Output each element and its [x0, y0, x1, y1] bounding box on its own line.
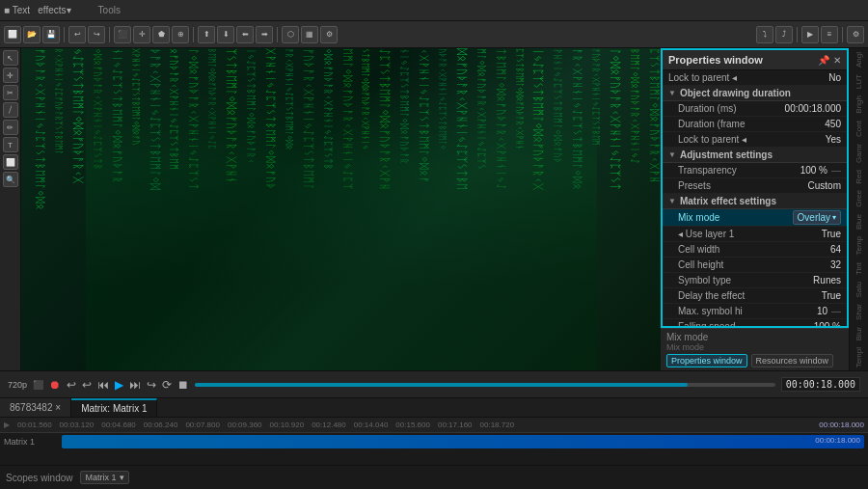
duration-frame-row[interactable]: Duration (frame 450	[663, 117, 847, 132]
duration-frame-label: Duration (frame	[678, 119, 825, 129]
tick-2: 00:04.680	[97, 421, 140, 429]
duration-ms-label: Duration (ms)	[678, 103, 785, 114]
use-layer1-label: ◂ Use layer 1	[678, 229, 822, 239]
pencil-tool-icon[interactable]: ✏	[3, 120, 18, 135]
arrow-right-icon[interactable]: ➡	[256, 26, 273, 43]
max-symbol-row[interactable]: Max. symbol hi 10 —	[663, 304, 847, 319]
symbol-type-value: Runes	[813, 275, 841, 285]
use-layer1-row[interactable]: ◂ Use layer 1 True	[663, 227, 847, 242]
label-blue: Blue	[854, 214, 863, 230]
duration-frame-value: 450	[825, 119, 841, 129]
max-symbol-dash: —	[831, 306, 841, 316]
falling-speed-row[interactable]: Falling speed 100 %	[663, 319, 847, 328]
track-bar[interactable]: 00:00:18.000	[62, 435, 864, 448]
lock-to-parent-row[interactable]: Lock to parent ◂ No	[663, 70, 847, 86]
presets-label: Presets	[678, 180, 808, 191]
label-cont: Cont	[854, 121, 863, 137]
new-icon[interactable]: ⬜	[4, 26, 21, 43]
tick-7: 00:12.480	[308, 421, 350, 429]
matrix-collapse-icon[interactable]: ▼	[668, 197, 676, 205]
mix-mode-dropdown[interactable]: Overlay ▾	[793, 210, 841, 225]
arrow-down-icon[interactable]: ⬇	[217, 26, 234, 43]
save-icon[interactable]: 💾	[42, 26, 60, 43]
fast-forward-icon[interactable]: ↪	[147, 378, 156, 392]
open-icon[interactable]: 📂	[23, 26, 41, 43]
separator	[193, 27, 194, 42]
loop-icon[interactable]: ⟳	[162, 378, 172, 392]
transport-progress-slider[interactable]	[195, 383, 775, 387]
record-icon[interactable]: ⏺	[49, 378, 61, 392]
label-shar: Shar	[854, 304, 863, 320]
lock-to-parent2-value: Yes	[826, 134, 841, 145]
tab-matrix[interactable]: Matrix: Matrix 1	[71, 398, 157, 417]
duration-ms-row[interactable]: Duration (ms) 00:00:18.000	[663, 101, 847, 117]
shape-tool-icon[interactable]: ⬜	[3, 154, 18, 170]
arrow-up-icon[interactable]: ⬆	[198, 26, 215, 43]
close-icon[interactable]: ✕	[833, 55, 841, 66]
label-gamr: Gamr	[854, 144, 863, 163]
scopes-dropdown[interactable]: Matrix 1 ▾	[80, 471, 128, 484]
pin-icon[interactable]: 📌	[818, 55, 829, 66]
fast-back-icon[interactable]: ↩	[82, 378, 92, 392]
mix-mode-row[interactable]: Mix mode Overlay ▾	[663, 209, 847, 227]
presets-row[interactable]: Presets Custom	[663, 178, 847, 194]
scopes-window: Scopes window Matrix 1 ▾	[0, 465, 868, 489]
step-back-icon[interactable]: ⏮	[97, 378, 109, 392]
razor-tool-icon[interactable]: ⧸	[3, 102, 18, 118]
tick-3: 00:06.240	[140, 421, 182, 429]
cell-width-row[interactable]: Cell width 64	[663, 242, 847, 258]
properties-icon[interactable]: ≡	[821, 26, 838, 43]
settings2-icon[interactable]: ⚙	[847, 26, 864, 43]
select-tool-icon[interactable]: ↖	[3, 50, 18, 66]
tick-1: 00:03.120	[56, 421, 98, 429]
separator	[842, 27, 843, 42]
tab-properties-window[interactable]: Properties window	[666, 354, 747, 367]
tick-8: 00:14.040	[350, 421, 393, 429]
section-collapse-icon[interactable]: ▼	[668, 89, 676, 97]
properties-header: Properties window 📌 ✕	[663, 50, 847, 70]
crop-icon[interactable]: ⬟	[152, 26, 170, 43]
footer-tabs: Properties window Resources window	[666, 354, 843, 367]
zoom-tool-icon[interactable]: 🔍	[3, 172, 18, 187]
left-toolbar: ↖ ✛ ✂ ⧸ ✏ T ⬜ 🔍	[0, 48, 21, 370]
transparency-row[interactable]: Transparency 100 % —	[663, 163, 847, 178]
delay-effect-row[interactable]: Delay the effect True	[663, 288, 847, 304]
cell-height-label: Cell height	[678, 259, 830, 270]
people-silhouette	[85, 80, 596, 370]
export-icon[interactable]: ⤴	[775, 26, 793, 43]
transport-progress-fill	[195, 383, 688, 387]
max-symbol-label: Max. symbol hi	[678, 306, 817, 316]
label-temp: Temp	[854, 236, 863, 256]
import-icon[interactable]: ⤵	[756, 26, 773, 43]
undo-icon[interactable]: ↩	[68, 26, 86, 43]
redo-icon[interactable]: ↪	[88, 26, 105, 43]
tab-86783482[interactable]: 86783482 ×	[0, 398, 71, 417]
symbol-type-row[interactable]: Symbol type Runes	[663, 273, 847, 288]
select-icon[interactable]: ⬛	[114, 26, 131, 43]
adjustment-collapse-icon[interactable]: ▼	[668, 150, 676, 159]
rewind-icon[interactable]: ↩	[67, 378, 76, 392]
grid2-icon[interactable]: ▦	[301, 26, 318, 43]
move-tool-icon[interactable]: ✛	[3, 68, 18, 83]
separator	[797, 27, 798, 42]
arrow-left-icon[interactable]: ⬅	[236, 26, 254, 43]
stop-icon[interactable]: ⏹	[177, 378, 189, 392]
grid-icon[interactable]: ⬡	[282, 26, 299, 43]
tab-resources-window[interactable]: Resources window	[751, 354, 834, 367]
cell-height-row[interactable]: Cell height 32	[663, 258, 847, 273]
step-forward-icon[interactable]: ⏭	[129, 378, 141, 392]
render-icon[interactable]: ▶	[801, 26, 819, 43]
play-icon[interactable]: ▶	[115, 378, 123, 392]
mix-mode-value: Overlay	[798, 212, 830, 223]
settings-icon[interactable]: ⚙	[320, 26, 338, 43]
label-satu: Satu	[854, 282, 863, 297]
footer-mix-mode2: Mix mode	[666, 342, 843, 352]
move-icon[interactable]: ✛	[133, 26, 150, 43]
lock-to-parent2-row[interactable]: Lock to parent ◂ Yes	[663, 132, 847, 148]
add-icon[interactable]: ⊕	[172, 26, 189, 43]
cut-tool-icon[interactable]: ✂	[3, 85, 18, 100]
lock-to-parent2-label: Lock to parent ◂	[678, 134, 826, 145]
falling-speed-value: 100 %	[814, 321, 841, 328]
text-tool-icon[interactable]: T	[3, 137, 18, 152]
label-red: Red	[854, 170, 863, 184]
